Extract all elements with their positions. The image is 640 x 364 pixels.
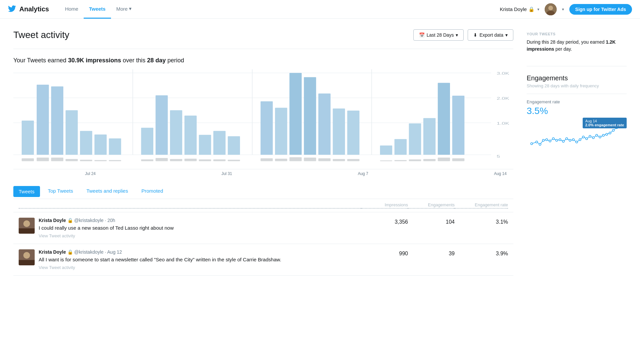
view-tweet-activity-link[interactable]: View Tweet activity — [39, 265, 75, 270]
svg-rect-28 — [261, 101, 273, 155]
svg-rect-34 — [347, 111, 360, 155]
tab-top-tweets[interactable]: Top Tweets — [41, 184, 80, 199]
user-menu[interactable]: Krista Doyle 🔒 ▾ — [500, 6, 539, 12]
svg-rect-44 — [66, 159, 78, 161]
svg-point-73 — [23, 252, 30, 259]
svg-rect-65 — [423, 159, 436, 161]
svg-rect-75 — [19, 260, 35, 265]
svg-point-98 — [606, 133, 608, 135]
navbar: Analytics Home Tweets More ▾ Krista Doyl… — [0, 0, 640, 19]
tweet-impressions: 990 — [361, 249, 408, 257]
tweet-impressions: 3,356 — [361, 218, 408, 225]
svg-rect-52 — [199, 159, 211, 161]
nav-links: Home Tweets More ▾ — [60, 0, 500, 19]
svg-rect-40 — [452, 96, 465, 155]
svg-rect-63 — [394, 160, 407, 161]
tweet-author: Krista Doyle 🔒 — [39, 218, 73, 223]
svg-rect-66 — [438, 158, 450, 161]
svg-point-92 — [586, 138, 588, 140]
svg-point-78 — [539, 143, 541, 145]
bar-chart-wrapper: 3.0K 2.0K 1.0K 5 — [13, 69, 513, 169]
svg-rect-55 — [261, 158, 273, 161]
date-chevron-icon: ▾ — [456, 32, 458, 38]
export-data-button[interactable]: ⬇ Export data ▾ — [468, 29, 513, 41]
svg-rect-33 — [333, 108, 345, 155]
svg-rect-37 — [409, 123, 421, 155]
tweet-avatar — [19, 218, 35, 234]
nav-more[interactable]: More ▾ — [111, 0, 137, 19]
x-label-1: Jul 24 — [85, 171, 96, 176]
col-impressions: Impressions — [361, 202, 408, 209]
nav-right: Krista Doyle 🔒 ▾ ▾ Sign up for Twitter A… — [500, 3, 632, 15]
svg-text:3.0K: 3.0K — [497, 71, 510, 75]
bar-chart-svg: 3.0K 2.0K 1.0K 5 — [13, 69, 513, 169]
avatar[interactable] — [545, 3, 557, 15]
tweet-engagements: 104 — [408, 218, 455, 225]
svg-rect-45 — [80, 160, 92, 161]
svg-point-91 — [582, 136, 584, 138]
view-tweet-activity-link[interactable]: View Tweet activity — [39, 233, 75, 238]
svg-rect-43 — [51, 158, 63, 161]
svg-rect-71 — [19, 228, 35, 234]
svg-rect-64 — [409, 159, 421, 161]
svg-rect-51 — [184, 159, 197, 161]
tweet-content: Krista Doyle 🔒 @kristakdoyle · 20h I cou… — [19, 218, 361, 238]
tab-promoted[interactable]: Promoted — [135, 184, 170, 199]
signup-twitter-ads-button[interactable]: Sign up for Twitter Ads — [569, 4, 632, 15]
page-title: Tweet activity — [13, 30, 69, 40]
svg-point-80 — [546, 139, 548, 141]
avatar-chevron-icon: ▾ — [562, 7, 564, 12]
brand: Analytics — [8, 5, 49, 14]
svg-rect-46 — [94, 160, 107, 161]
svg-rect-61 — [347, 159, 360, 161]
svg-rect-38 — [423, 118, 436, 155]
svg-point-97 — [602, 134, 604, 136]
impressions-summary: Your Tweets earned 30.9K impressions ove… — [13, 57, 513, 64]
your-tweets-desc: During this 28 day period, you earned 1.… — [527, 39, 627, 53]
svg-rect-23 — [170, 110, 182, 155]
svg-point-88 — [572, 139, 574, 141]
tab-tweets[interactable]: Tweets — [13, 186, 40, 197]
engagement-panel-title: Engagements — [527, 74, 627, 82]
svg-rect-48 — [141, 159, 153, 161]
svg-rect-17 — [66, 110, 78, 155]
engagements-panel: Engagements Showing 28 days with daily f… — [527, 66, 627, 154]
tweet-meta: Krista Doyle 🔒 @kristakdoyle · 20h — [39, 218, 361, 223]
svg-rect-67 — [452, 158, 465, 161]
nav-home[interactable]: Home — [60, 0, 84, 19]
svg-rect-30 — [289, 73, 302, 155]
more-chevron-icon: ▾ — [129, 6, 132, 12]
header-controls: 📅 Last 28 Days ▾ ⬇ Export data ▾ — [413, 29, 513, 41]
date-range-button[interactable]: 📅 Last 28 Days ▾ — [413, 29, 464, 41]
chart-tooltip: Aug 14 2.0% engagement rate — [583, 118, 627, 128]
user-name: Krista Doyle 🔒 — [500, 6, 535, 12]
col-rate: Engagement rate — [455, 202, 508, 209]
svg-point-87 — [569, 139, 571, 141]
svg-rect-18 — [80, 131, 92, 155]
analytics-title: Analytics — [19, 5, 49, 13]
nav-tweets[interactable]: Tweets — [84, 0, 111, 19]
svg-point-90 — [579, 139, 581, 141]
tweet-rate: 3.1% — [455, 218, 508, 225]
tweet-engagements: 39 — [408, 249, 455, 257]
tooltip-value: 2.0% engagement rate — [585, 123, 624, 127]
svg-rect-29 — [275, 108, 287, 155]
svg-rect-32 — [318, 94, 331, 155]
svg-point-79 — [542, 139, 544, 141]
svg-rect-26 — [213, 131, 226, 155]
tweet-body: All I want is for someone to start a new… — [39, 256, 361, 263]
svg-rect-56 — [275, 159, 287, 161]
tweet-time: · Aug 12 — [105, 249, 122, 255]
svg-point-93 — [589, 135, 591, 137]
svg-point-82 — [552, 138, 554, 140]
tweet-time: · 20h — [105, 218, 115, 223]
tab-tweets-replies[interactable]: Tweets and replies — [80, 184, 135, 199]
svg-text:5: 5 — [497, 154, 500, 158]
table-row: Krista Doyle 🔒 @kristakdoyle · Aug 12 Al… — [13, 244, 513, 276]
svg-rect-47 — [109, 160, 121, 161]
x-label-4: Aug 14 — [494, 171, 507, 176]
tooltip-date: Aug 14 — [585, 119, 624, 123]
svg-rect-39 — [438, 83, 450, 155]
svg-rect-57 — [289, 157, 302, 161]
svg-rect-59 — [318, 158, 331, 161]
